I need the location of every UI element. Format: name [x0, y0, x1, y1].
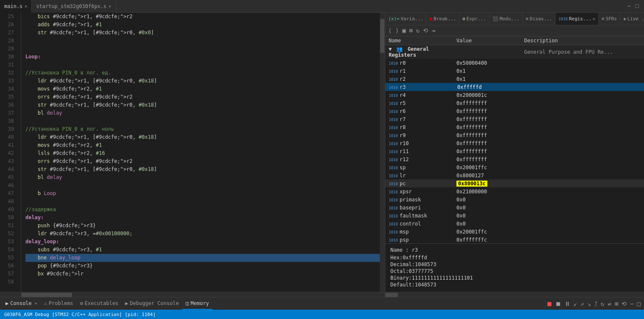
tab-startup-close[interactable]: ✕ [109, 4, 111, 8]
reg-icon: 1010 [389, 222, 398, 226]
register-row[interactable]: 1010psp0xfffffffc [385, 236, 644, 243]
reg-name: msp [400, 229, 409, 235]
tab-modules[interactable]: ⬛ Modu... [489, 13, 522, 25]
line-number: 25 [6, 13, 17, 21]
register-name-cell: 1010r4 [385, 91, 453, 99]
register-row[interactable]: 1010r90xffffffff [385, 131, 644, 139]
tab-breakpoints[interactable]: ● Break... [426, 13, 459, 25]
code-editor[interactable]: 2526272829303132333435363738394041424344… [0, 13, 385, 297]
register-row[interactable]: 1010lr0x8000127 [385, 171, 644, 179]
register-desc-cell [521, 228, 644, 236]
v-scroll-thumb[interactable] [380, 19, 384, 53]
tab-registers[interactable]: 1010 Regis... ✕ [556, 13, 599, 25]
line-number: 31 [6, 61, 17, 69]
register-row[interactable]: 1010r00x50000400 [385, 59, 644, 67]
toolbar-btn-6[interactable]: ⟲ [422, 27, 429, 34]
register-desc-cell [521, 212, 644, 220]
code-line: lsls #9cdcfe;">r2, #16 [25, 149, 380, 157]
tab-main-s[interactable]: main.s ✕ [0, 0, 32, 13]
register-row[interactable]: 1010control0x0 [385, 220, 644, 228]
variables-icon: (x)= [388, 16, 400, 22]
console-close[interactable]: ✕ [35, 301, 37, 305]
debug-btn-10[interactable]: ⟲ [620, 300, 628, 307]
info-hex: Hex:0xfffffd [390, 255, 639, 261]
tab-disassembly[interactable]: ≡ Disas... [522, 13, 556, 25]
register-row[interactable]: 1010faultmask0x0 [385, 212, 644, 220]
minimize-icon[interactable]: − [625, 3, 632, 10]
register-row[interactable]: 1010r40x2000001c [385, 91, 644, 99]
line-number: 56 [6, 262, 17, 270]
register-value-cell: 0xffffffff [453, 115, 521, 123]
line-number: 37 [6, 109, 17, 117]
register-row[interactable]: 1010sp0x20001ffc [385, 163, 644, 171]
debug-btn-1[interactable]: ⏹ [554, 300, 562, 307]
register-row[interactable]: 1010r70xffffffff [385, 115, 644, 123]
bottom-tab-memory[interactable]: ◫ Memory [182, 298, 212, 310]
register-row[interactable]: 1010xpsr0x21000000 [385, 187, 644, 195]
vertical-scrollbar[interactable] [380, 13, 385, 292]
group-desc-cell: General Purpose and FPU Re... [521, 45, 644, 59]
toolbar-btn-2[interactable]: ⟩ [394, 27, 399, 34]
right-h-scroll-thumb[interactable] [385, 293, 398, 297]
toolbar-btn-1[interactable]: ⟨ [387, 27, 392, 34]
line-number: 32 [6, 69, 17, 77]
register-name-cell: 1010r10 [385, 139, 453, 147]
bottom-tab-executables[interactable]: ⚙ Executables [77, 298, 122, 310]
right-h-scroll[interactable] [385, 292, 644, 297]
horizontal-scrollbar[interactable] [0, 292, 385, 297]
debug-btn-8[interactable]: ⇌ [606, 300, 612, 307]
tab-expressions[interactable]: ⚙ Expr... [459, 13, 489, 25]
register-row[interactable]: 1010r110xffffffff [385, 147, 644, 155]
reg-name: r5 [400, 100, 406, 106]
debug-btn-12[interactable]: □ [636, 300, 642, 307]
tab-main-s-close[interactable]: ✕ [25, 4, 27, 8]
register-row[interactable]: 1010r10x1 [385, 67, 644, 75]
debug-btn-5[interactable]: ↘ [586, 300, 592, 307]
reg-name: lr [400, 173, 406, 179]
maximize-icon[interactable]: □ [634, 3, 641, 10]
toolbar-btn-5[interactable]: ↻ [415, 27, 420, 34]
bottom-tab-problems[interactable]: ⚠ Problems [41, 298, 77, 310]
code-line [25, 198, 380, 206]
register-value-cell: 0x1 [453, 67, 521, 75]
register-row[interactable]: 1010r120xffffffff [385, 155, 644, 163]
register-row[interactable]: 1010r30xfffffd [385, 83, 644, 91]
register-row[interactable]: 1010msp0x20001ffc [385, 228, 644, 236]
register-row[interactable]: 1010r80xffffffff [385, 123, 644, 131]
registers-table: Name Value Description ▼ 👥 General Regis… [385, 36, 644, 243]
register-row[interactable]: 1010r50xffffffff [385, 99, 644, 107]
reg-table-area[interactable]: Name Value Description ▼ 👥 General Regis… [385, 36, 644, 243]
tab-variables[interactable]: (x)= Varia... [385, 13, 426, 25]
register-desc-cell [521, 75, 644, 83]
tab-live[interactable]: ◈ Live ... [620, 13, 644, 25]
bottom-tab-debugger-console[interactable]: ▶ Debugger Console [122, 298, 182, 310]
tab-startup[interactable]: startup_stm32g030f6px.s ✕ [32, 0, 116, 13]
line-number: 26 [6, 21, 17, 29]
toolbar-btn-3[interactable]: ▣ [401, 27, 406, 34]
stop-icon[interactable]: ■ [546, 300, 553, 308]
tab-sfrs[interactable]: ≡ SFRs [599, 13, 620, 25]
line-number: 40 [6, 133, 17, 141]
register-row[interactable]: 1010pc0x800013c [385, 179, 644, 187]
bottom-tab-console[interactable]: ▶ Console ✕ [2, 298, 41, 310]
debug-btn-3[interactable]: ↙ [572, 300, 578, 307]
debug-btn-2[interactable]: ⏸ [563, 300, 572, 307]
register-name-cell: 1010primask [385, 195, 453, 204]
reg-icon: 1010 [389, 85, 398, 90]
debug-btn-7[interactable]: ↻ [600, 300, 605, 307]
register-row[interactable]: 1010r20x1 [385, 75, 644, 83]
debug-btn-6[interactable]: ⤴ [593, 300, 599, 307]
reg-icon: 1010 [389, 230, 398, 234]
register-row[interactable]: 1010primask0x0 [385, 195, 644, 204]
toolbar-btn-7[interactable]: ⇥ [431, 27, 436, 34]
register-row[interactable]: 1010r60xffffffff [385, 107, 644, 115]
group-expand-icon[interactable]: ▼ [389, 46, 392, 52]
debug-btn-4[interactable]: ↗ [579, 300, 585, 307]
register-row[interactable]: 1010basepri0x0 [385, 204, 644, 212]
debug-btn-11[interactable]: − [629, 300, 635, 307]
h-scroll-thumb[interactable] [21, 293, 72, 297]
register-row[interactable]: 1010r100xffffffff [385, 139, 644, 147]
debug-btn-9[interactable]: ⊞ [614, 300, 619, 307]
toolbar-btn-4[interactable]: ⊞ [408, 27, 413, 34]
registers-close[interactable]: ✕ [593, 16, 595, 21]
